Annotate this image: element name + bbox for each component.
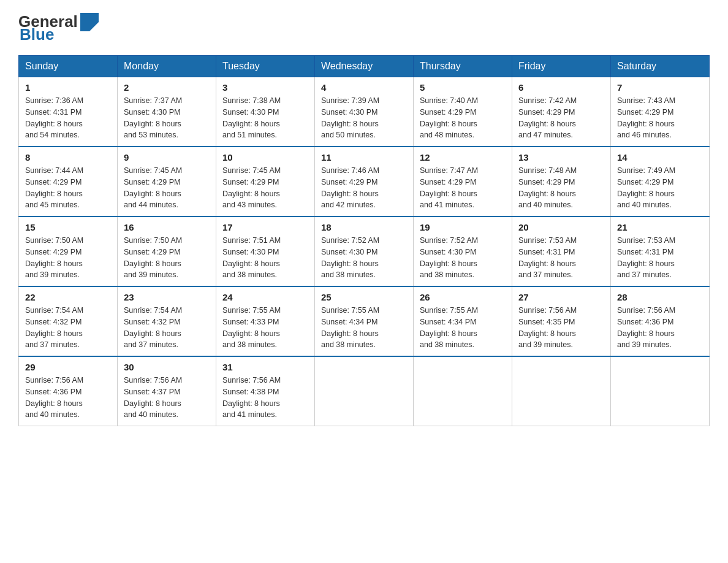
day-of-week-wednesday: Wednesday — [315, 56, 414, 77]
day-info: Sunrise: 7:55 AMSunset: 4:34 PMDaylight:… — [321, 305, 407, 351]
day-number: 27 — [518, 292, 604, 302]
day-info: Sunrise: 7:49 AMSunset: 4:29 PMDaylight:… — [617, 165, 703, 211]
calendar-cell: 24Sunrise: 7:55 AMSunset: 4:33 PMDayligh… — [216, 286, 315, 356]
calendar-cell: 5Sunrise: 7:40 AMSunset: 4:29 PMDaylight… — [414, 77, 512, 147]
calendar-cell: 6Sunrise: 7:42 AMSunset: 4:29 PMDaylight… — [512, 77, 611, 147]
day-number: 31 — [222, 362, 308, 372]
calendar-week-3: 15Sunrise: 7:50 AMSunset: 4:29 PMDayligh… — [19, 216, 710, 286]
day-number: 4 — [321, 82, 407, 93]
day-info: Sunrise: 7:52 AMSunset: 4:30 PMDaylight:… — [321, 235, 407, 281]
calendar-cell: 16Sunrise: 7:50 AMSunset: 4:29 PMDayligh… — [118, 216, 216, 286]
day-number: 29 — [25, 362, 111, 372]
day-info: Sunrise: 7:50 AMSunset: 4:29 PMDaylight:… — [25, 235, 111, 281]
calendar-cell: 18Sunrise: 7:52 AMSunset: 4:30 PMDayligh… — [315, 216, 414, 286]
calendar-cell: 28Sunrise: 7:56 AMSunset: 4:36 PMDayligh… — [611, 286, 710, 356]
day-number: 18 — [321, 222, 407, 232]
day-number: 21 — [617, 222, 703, 232]
day-number: 1 — [25, 82, 111, 93]
day-info: Sunrise: 7:45 AMSunset: 4:29 PMDaylight:… — [124, 165, 210, 211]
day-number: 13 — [518, 152, 604, 163]
calendar-cell: 20Sunrise: 7:53 AMSunset: 4:31 PMDayligh… — [512, 216, 611, 286]
day-number: 28 — [617, 292, 703, 302]
day-number: 19 — [420, 222, 506, 232]
day-number: 23 — [124, 292, 210, 302]
day-info: Sunrise: 7:45 AMSunset: 4:29 PMDaylight:… — [222, 165, 308, 211]
calendar-cell: 11Sunrise: 7:46 AMSunset: 4:29 PMDayligh… — [315, 147, 414, 216]
page-header: General Blue — [18, 12, 710, 44]
day-number: 8 — [25, 152, 111, 163]
day-info: Sunrise: 7:52 AMSunset: 4:30 PMDaylight:… — [420, 235, 506, 281]
day-of-week-friday: Friday — [512, 56, 611, 77]
calendar-cell: 13Sunrise: 7:48 AMSunset: 4:29 PMDayligh… — [512, 147, 611, 216]
day-info: Sunrise: 7:56 AMSunset: 4:38 PMDaylight:… — [222, 375, 308, 421]
day-number: 12 — [420, 152, 506, 163]
day-info: Sunrise: 7:50 AMSunset: 4:29 PMDaylight:… — [124, 235, 210, 281]
calendar-cell: 25Sunrise: 7:55 AMSunset: 4:34 PMDayligh… — [315, 286, 414, 356]
day-info: Sunrise: 7:51 AMSunset: 4:30 PMDaylight:… — [222, 235, 308, 281]
calendar-week-5: 29Sunrise: 7:56 AMSunset: 4:36 PMDayligh… — [19, 356, 710, 426]
day-number: 11 — [321, 152, 407, 163]
calendar-cell — [611, 356, 710, 426]
calendar-cell: 17Sunrise: 7:51 AMSunset: 4:30 PMDayligh… — [216, 216, 315, 286]
day-number: 10 — [222, 152, 308, 163]
calendar-cell: 31Sunrise: 7:56 AMSunset: 4:38 PMDayligh… — [216, 356, 315, 426]
day-number: 6 — [518, 82, 604, 93]
day-info: Sunrise: 7:39 AMSunset: 4:30 PMDaylight:… — [321, 95, 407, 141]
calendar-cell: 29Sunrise: 7:56 AMSunset: 4:36 PMDayligh… — [19, 356, 118, 426]
day-info: Sunrise: 7:56 AMSunset: 4:36 PMDaylight:… — [617, 305, 703, 351]
day-info: Sunrise: 7:54 AMSunset: 4:32 PMDaylight:… — [124, 305, 210, 351]
day-number: 24 — [222, 292, 308, 302]
calendar-cell — [512, 356, 611, 426]
day-info: Sunrise: 7:56 AMSunset: 4:36 PMDaylight:… — [25, 375, 111, 421]
day-info: Sunrise: 7:40 AMSunset: 4:29 PMDaylight:… — [420, 95, 506, 141]
days-of-week-row: SundayMondayTuesdayWednesdayThursdayFrid… — [19, 56, 710, 77]
day-number: 5 — [420, 82, 506, 93]
day-number: 20 — [518, 222, 604, 232]
calendar-week-4: 22Sunrise: 7:54 AMSunset: 4:32 PMDayligh… — [19, 286, 710, 356]
day-info: Sunrise: 7:38 AMSunset: 4:30 PMDaylight:… — [222, 95, 308, 141]
calendar-cell: 9Sunrise: 7:45 AMSunset: 4:29 PMDaylight… — [118, 147, 216, 216]
day-number: 16 — [124, 222, 210, 232]
day-of-week-saturday: Saturday — [611, 56, 710, 77]
calendar-body: 1Sunrise: 7:36 AMSunset: 4:31 PMDaylight… — [19, 77, 710, 426]
day-info: Sunrise: 7:42 AMSunset: 4:29 PMDaylight:… — [518, 95, 604, 141]
day-of-week-sunday: Sunday — [19, 56, 118, 77]
day-number: 3 — [222, 82, 308, 93]
calendar-cell: 12Sunrise: 7:47 AMSunset: 4:29 PMDayligh… — [414, 147, 512, 216]
day-of-week-monday: Monday — [118, 56, 216, 77]
calendar-cell: 23Sunrise: 7:54 AMSunset: 4:32 PMDayligh… — [118, 286, 216, 356]
day-info: Sunrise: 7:44 AMSunset: 4:29 PMDaylight:… — [25, 165, 111, 211]
calendar-cell — [315, 356, 414, 426]
day-number: 25 — [321, 292, 407, 302]
calendar-cell: 7Sunrise: 7:43 AMSunset: 4:29 PMDaylight… — [611, 77, 710, 147]
day-info: Sunrise: 7:36 AMSunset: 4:31 PMDaylight:… — [25, 95, 111, 141]
day-info: Sunrise: 7:48 AMSunset: 4:29 PMDaylight:… — [518, 165, 604, 211]
calendar-cell: 15Sunrise: 7:50 AMSunset: 4:29 PMDayligh… — [19, 216, 118, 286]
day-info: Sunrise: 7:54 AMSunset: 4:32 PMDaylight:… — [25, 305, 111, 351]
logo-blue-text: Blue — [20, 25, 54, 44]
day-of-week-thursday: Thursday — [414, 56, 512, 77]
calendar-cell: 8Sunrise: 7:44 AMSunset: 4:29 PMDaylight… — [19, 147, 118, 216]
calendar-cell: 30Sunrise: 7:56 AMSunset: 4:37 PMDayligh… — [118, 356, 216, 426]
day-info: Sunrise: 7:53 AMSunset: 4:31 PMDaylight:… — [617, 235, 703, 281]
calendar-cell: 14Sunrise: 7:49 AMSunset: 4:29 PMDayligh… — [611, 147, 710, 216]
calendar-cell: 27Sunrise: 7:56 AMSunset: 4:35 PMDayligh… — [512, 286, 611, 356]
calendar-cell: 3Sunrise: 7:38 AMSunset: 4:30 PMDaylight… — [216, 77, 315, 147]
day-number: 22 — [25, 292, 111, 302]
day-number: 15 — [25, 222, 111, 232]
calendar-cell: 1Sunrise: 7:36 AMSunset: 4:31 PMDaylight… — [19, 77, 118, 147]
day-number: 9 — [124, 152, 210, 163]
day-of-week-tuesday: Tuesday — [216, 56, 315, 77]
day-info: Sunrise: 7:43 AMSunset: 4:29 PMDaylight:… — [617, 95, 703, 141]
day-number: 30 — [124, 362, 210, 372]
calendar-header: SundayMondayTuesdayWednesdayThursdayFrid… — [19, 56, 710, 77]
calendar-week-1: 1Sunrise: 7:36 AMSunset: 4:31 PMDaylight… — [19, 77, 710, 147]
day-number: 7 — [617, 82, 703, 93]
calendar-week-2: 8Sunrise: 7:44 AMSunset: 4:29 PMDaylight… — [19, 147, 710, 216]
day-number: 17 — [222, 222, 308, 232]
day-info: Sunrise: 7:55 AMSunset: 4:34 PMDaylight:… — [420, 305, 506, 351]
day-info: Sunrise: 7:55 AMSunset: 4:33 PMDaylight:… — [222, 305, 308, 351]
day-info: Sunrise: 7:56 AMSunset: 4:35 PMDaylight:… — [518, 305, 604, 351]
calendar-cell: 21Sunrise: 7:53 AMSunset: 4:31 PMDayligh… — [611, 216, 710, 286]
calendar-cell: 19Sunrise: 7:52 AMSunset: 4:30 PMDayligh… — [414, 216, 512, 286]
